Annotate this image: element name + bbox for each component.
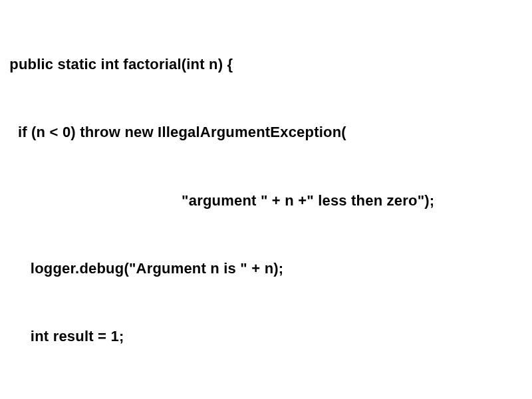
code-line: logger.debug("Argument n is " + n); [5,257,527,280]
code-line: for (int i = n; i >= 1; i--) [5,394,527,399]
code-line: int result = 1; [5,325,527,348]
code-block: public static int factorial(int n) { if … [5,8,527,399]
code-line: "argument " + n +" less then zero"); [5,190,527,212]
code-line: if (n < 0) throw new IllegalArgumentExce… [5,121,527,144]
code-line: public static int factorial(int n) { [5,53,527,76]
